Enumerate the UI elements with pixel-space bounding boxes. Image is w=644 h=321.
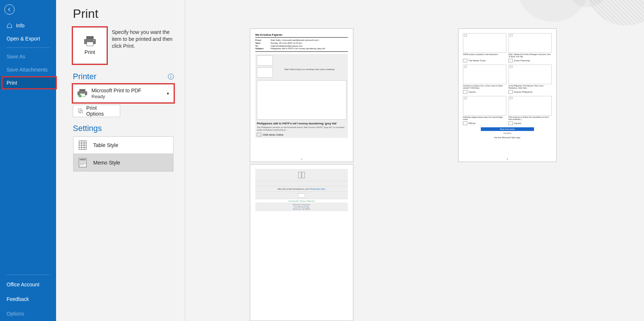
sidebar-item-save-attachments[interactable]: Save Attachments <box>0 63 56 76</box>
card-caption: Mukbang vlogger passes away from hemorrh… <box>463 116 506 121</box>
printer-section-title: Printer <box>73 72 97 81</box>
image-placeholder-icon <box>255 169 348 181</box>
sidebar-item-open-export[interactable]: Open & Export <box>0 32 56 45</box>
read-more-bar: Read more stories <box>481 127 534 131</box>
news-card: DSWD probes complaints of aid deductions… <box>463 33 506 62</box>
sidebar-item-label: Feedback <box>7 296 29 302</box>
sidebar-item-label: Options <box>7 311 24 317</box>
source-badge-icon <box>257 133 261 136</box>
svg-point-3 <box>93 40 94 41</box>
card-source: The Manila Times <box>468 59 486 62</box>
sidebar-item-label: Info <box>16 23 24 28</box>
print-button[interactable]: Print <box>73 27 107 64</box>
get-app-text: Get the Microsoft Start app. <box>463 136 552 139</box>
card-source: Inquirer <box>468 91 476 93</box>
table-style-icon <box>79 140 87 150</box>
sidebar-item-label: Office Account <box>7 282 39 287</box>
page-title: Print <box>73 7 174 21</box>
print-button-label: Print <box>85 49 95 55</box>
email-tagline: Start Daily brings you trending news eve… <box>284 67 346 80</box>
image-placeholder-icon <box>463 96 506 116</box>
article-subhead: The Philippines remains on the Financial… <box>257 126 346 131</box>
svg-rect-0 <box>86 36 94 39</box>
article-source: GMA News Online <box>263 134 283 136</box>
print-options-label: Print Options <box>86 105 115 117</box>
sidebar-item-print[interactable]: Print <box>0 76 56 89</box>
news-card: PSA endorses to SolGen the cancellation … <box>508 96 552 125</box>
card-caption: 2024: Jollibee Kid's Party Packages Incl… <box>508 54 552 58</box>
chevron-down-icon: ▼ <box>166 92 170 96</box>
news-card: Hontiveros on Mayor Guo: Is this a case … <box>463 65 506 94</box>
printer-name: Microsoft Print to PDF <box>91 88 162 94</box>
style-option-label: Memo Style <box>93 160 120 166</box>
sidebar-item-office-account[interactable]: Office Account <box>0 277 56 292</box>
card-caption: Hontiveros on Mayor Guo: Is this a case … <box>463 85 506 89</box>
news-card: 2024: Jollibee Kid's Party Packages Incl… <box>508 33 552 62</box>
card-source: Inquirer <box>514 122 521 124</box>
sidebar-item-feedback[interactable]: Feedback <box>0 292 56 306</box>
image-placeholder-icon <box>257 55 273 66</box>
backstage-sidebar: Info Open & Export Save As Save Attachme… <box>0 0 56 321</box>
news-card: Mukbang vlogger passes away from hemorrh… <box>463 96 506 125</box>
settings-section-title: Settings <box>73 124 102 133</box>
card-caption: DSWD probes complaints of aid deductions <box>463 54 506 58</box>
page-number: 1 <box>250 158 353 160</box>
svg-rect-4 <box>79 89 86 91</box>
decorative-blob <box>586 0 644 26</box>
printer-status: Ready <box>91 94 162 100</box>
sidebar-item-options[interactable]: Options <box>0 306 56 321</box>
card-source: PEP.ph <box>468 122 476 124</box>
sidebar-item-label: Save Attachments <box>7 67 48 73</box>
page-number: 2 <box>459 158 556 160</box>
email-recipient-name: Ma Kristina Fajardo <box>255 33 348 38</box>
printer-selector[interactable]: Microsoft Print to PDF Ready ▼ <box>73 84 174 103</box>
subscribe-link: Subscribe here. <box>310 188 326 190</box>
preview-page-1[interactable]: Ma Kristina Fajardo From:Start Daily <mi… <box>250 28 353 162</box>
card-source: Smart Parenting <box>514 59 530 62</box>
article-headline: Philippines still in FATF's int'l money … <box>257 122 346 125</box>
printer-info-icon[interactable]: i <box>168 74 174 80</box>
image-placeholder-icon <box>257 80 346 120</box>
home-icon <box>7 23 12 28</box>
source-badge-icon <box>463 59 467 62</box>
feedback-link: Feedback <box>463 132 552 134</box>
back-button[interactable] <box>4 4 15 15</box>
unsubscribe-line: Unsubscribe | Privacy Statement <box>255 200 348 202</box>
style-option-label: Table Style <box>93 142 118 148</box>
image-placeholder-icon <box>508 65 552 84</box>
sidebar-item-save-as[interactable]: Save As <box>0 50 56 63</box>
card-caption: PSA endorses to SolGen the cancellation … <box>508 116 552 121</box>
source-badge-icon <box>508 59 513 62</box>
style-option-table[interactable]: Table Style <box>73 136 173 154</box>
image-placeholder-icon <box>508 96 552 116</box>
image-placeholder-icon <box>463 65 506 84</box>
sidebar-item-label: Save As <box>7 54 25 59</box>
preview-page-3[interactable]: DSWD probes complaints of aid deductions… <box>458 28 557 162</box>
preview-page-2[interactable]: Was this email forwarded to you? Subscri… <box>250 164 353 321</box>
news-card: In the Philippines' First Banyan Tree Lu… <box>508 65 552 94</box>
source-badge-icon <box>508 121 513 125</box>
printer-ready-icon <box>77 89 88 98</box>
back-arrow-icon <box>7 7 12 12</box>
svg-rect-2 <box>87 42 93 46</box>
svg-rect-22 <box>299 172 302 178</box>
image-placeholder-icon <box>257 67 273 78</box>
image-placeholder-icon <box>508 33 552 53</box>
image-placeholder-icon <box>463 33 506 53</box>
image-placeholder-icon <box>298 193 305 198</box>
memo-style-icon <box>79 158 87 167</box>
sidebar-item-label: Print <box>7 80 17 86</box>
printer-icon <box>83 36 97 46</box>
style-option-memo[interactable]: Memo Style <box>73 154 173 171</box>
print-description: Specify how you want the item to be prin… <box>112 27 174 64</box>
print-preview-area: Ma Kristina Fajardo From:Start Daily <mi… <box>185 0 644 321</box>
print-options-button[interactable]: Print Options <box>73 105 120 117</box>
sidebar-item-label: Open & Export <box>7 36 40 42</box>
svg-rect-17 <box>80 159 86 160</box>
print-options-icon <box>78 108 83 114</box>
sidebar-item-info[interactable]: Info <box>0 19 56 32</box>
print-settings-panel: Print Print Specify how you want the ite… <box>56 0 185 321</box>
card-caption: In the Philippines' First Banyan Tree Lu… <box>508 85 552 89</box>
source-badge-icon <box>508 90 513 94</box>
card-source: Esquire Philippines <box>514 91 533 93</box>
